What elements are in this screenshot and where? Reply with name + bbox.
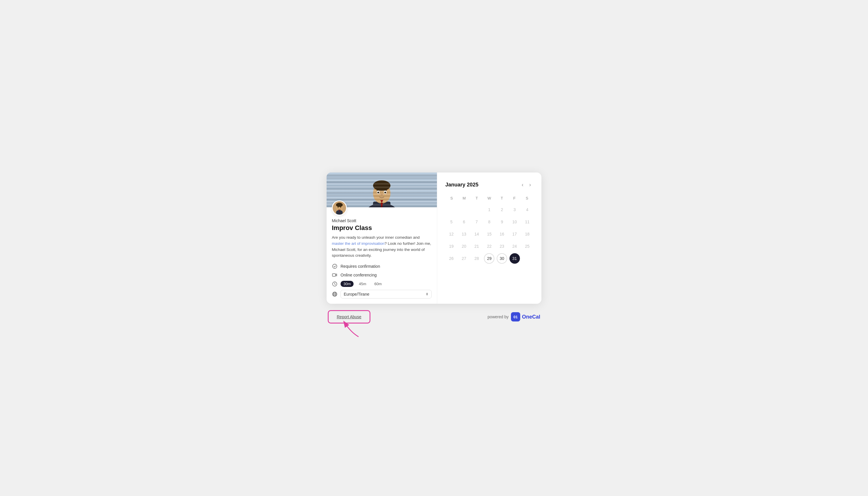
cal-day-17: 17	[509, 229, 520, 239]
cal-day-12: 12	[446, 229, 457, 239]
cal-day-1: 1	[484, 204, 494, 215]
svg-rect-6	[327, 187, 437, 189]
svg-rect-2	[327, 175, 437, 178]
cal-day-22: 22	[484, 241, 494, 251]
duration-60m[interactable]: 60m	[372, 281, 385, 287]
weekday-t2: T	[495, 195, 508, 202]
duration-30m[interactable]: 30m	[341, 281, 353, 287]
cal-day-empty-last	[522, 253, 533, 264]
duration-45m[interactable]: 45m	[356, 281, 369, 287]
powered-by: powered by 01 OneCal	[488, 312, 540, 322]
feature-conferencing: Online conferencing	[332, 272, 432, 278]
cal-day-21: 21	[471, 241, 482, 251]
calendar-next-button[interactable]: ›	[527, 181, 533, 189]
weekday-s2: S	[521, 195, 533, 202]
cal-day-13: 13	[459, 229, 469, 239]
svg-point-30	[337, 206, 339, 208]
cal-day-5: 5	[446, 217, 457, 227]
brand-icon-text: 01	[514, 315, 518, 319]
cal-day-27: 27	[459, 253, 469, 264]
cal-day-15: 15	[484, 229, 494, 239]
timezone-select-input[interactable]: Europe/Tirane	[344, 292, 424, 296]
cal-day-2: 2	[497, 204, 507, 215]
calendar-month-title: January 2025	[445, 182, 478, 188]
calendar-grid: S M T W T F S 1 2 3 4 5 6 7 8	[445, 195, 533, 264]
cal-day-empty-2	[459, 204, 469, 215]
feature-timezone: Europe/Tirane ⬍	[332, 290, 432, 298]
svg-rect-5	[327, 184, 437, 186]
weekday-t1: T	[471, 195, 483, 202]
cal-day-31[interactable]: 31	[509, 253, 520, 264]
host-name: Michael Scott	[332, 218, 432, 223]
cal-day-19: 19	[446, 241, 457, 251]
brand-name: OneCal	[522, 314, 540, 320]
powered-by-label: powered by	[488, 314, 509, 319]
svg-rect-36	[332, 274, 335, 277]
confirmation-icon	[332, 263, 337, 269]
avatar-area	[327, 200, 437, 216]
cal-day-7: 7	[471, 217, 482, 227]
onecal-logo: 01 OneCal	[511, 312, 540, 322]
right-panel: January 2025 ‹ › S M T W T F S 1	[437, 172, 541, 304]
weekday-s1: S	[445, 195, 458, 202]
avatar	[332, 200, 347, 216]
svg-rect-4	[327, 181, 437, 184]
cal-day-26: 26	[446, 253, 457, 264]
svg-point-20	[377, 192, 379, 193]
left-panel: Michael Scott Improv Class Are you ready…	[327, 172, 437, 304]
svg-point-35	[333, 264, 337, 269]
timezone-selector[interactable]: Europe/Tirane ⬍	[341, 290, 432, 298]
cal-day-empty-3	[471, 204, 482, 215]
feature-confirmation: Requires confirmation	[332, 263, 432, 269]
weekday-m: M	[458, 195, 470, 202]
calendar-header: January 2025 ‹ ›	[445, 181, 533, 189]
svg-rect-9	[327, 196, 437, 198]
cal-day-8: 8	[484, 217, 494, 227]
cal-day-6: 6	[459, 217, 469, 227]
footer: Report Abuse powered by 01 OneCal	[327, 310, 541, 324]
calendar-days: 1 2 3 4 5 6 7 8 9 10 11 12 13 14 15 16 1…	[445, 204, 533, 264]
globe-icon	[332, 291, 337, 297]
cal-day-10: 10	[509, 217, 520, 227]
video-icon	[332, 272, 337, 278]
svg-rect-3	[327, 178, 437, 181]
svg-point-17	[373, 180, 391, 191]
confirmation-label: Requires confirmation	[341, 264, 380, 269]
svg-rect-8	[327, 193, 437, 195]
svg-point-18	[377, 190, 380, 194]
cal-day-25: 25	[522, 241, 533, 251]
cal-day-18: 18	[522, 229, 533, 239]
cal-day-empty-1	[446, 204, 457, 215]
onecal-icon: 01	[511, 312, 520, 322]
event-description: Are you ready to unleash your inner come…	[332, 235, 432, 259]
cal-day-16: 16	[497, 229, 507, 239]
cal-day-30[interactable]: 30	[497, 253, 507, 264]
svg-point-31	[340, 206, 342, 208]
cal-day-4: 4	[522, 204, 533, 215]
svg-point-24	[381, 194, 383, 196]
feature-duration: 30m 45m 60m	[332, 281, 432, 287]
svg-rect-1	[327, 172, 437, 175]
weekday-f: F	[508, 195, 521, 202]
cal-day-29[interactable]: 29	[484, 253, 494, 264]
svg-rect-22	[377, 190, 380, 191]
svg-rect-7	[327, 190, 437, 192]
duration-pills: 30m 45m 60m	[341, 281, 385, 287]
event-title: Improv Class	[332, 224, 432, 232]
cal-day-23: 23	[497, 241, 507, 251]
cal-day-14: 14	[471, 229, 482, 239]
description-link[interactable]: master the art of improvisation	[332, 241, 385, 246]
calendar-weekdays: S M T W T F S	[445, 195, 533, 202]
cal-day-9: 9	[497, 217, 507, 227]
cal-day-20: 20	[459, 241, 469, 251]
conferencing-label: Online conferencing	[341, 273, 377, 277]
select-chevron-icon: ⬍	[426, 292, 428, 296]
calendar-prev-button[interactable]: ‹	[519, 181, 526, 189]
cal-day-3: 3	[509, 204, 520, 215]
booking-card: Michael Scott Improv Class Are you ready…	[327, 172, 541, 304]
info-section: Michael Scott Improv Class Are you ready…	[327, 216, 437, 304]
event-features: Requires confirmation Online conferencin…	[332, 263, 432, 298]
svg-point-29	[336, 203, 343, 207]
avatar-image	[333, 200, 346, 216]
arrow-annotation	[340, 321, 363, 338]
